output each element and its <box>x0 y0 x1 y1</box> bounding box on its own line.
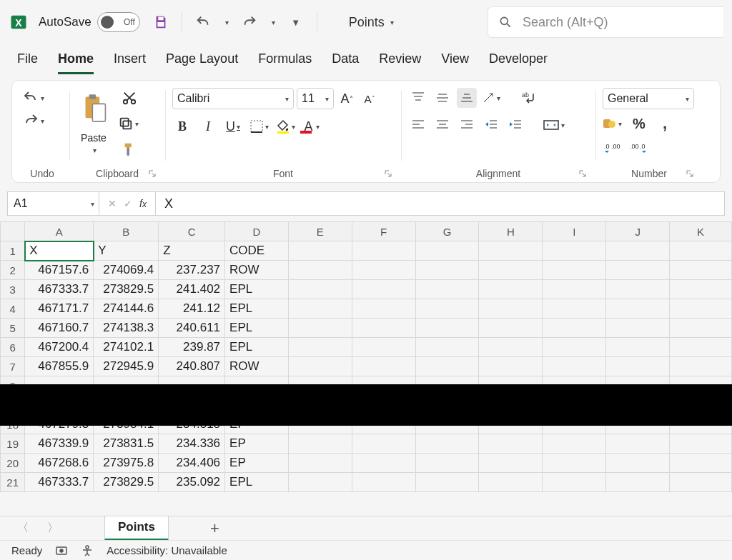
cell[interactable] <box>670 454 732 473</box>
table-row[interactable]: 7467855.9272945.9240.807ROW <box>1 357 732 376</box>
cell[interactable]: EPL <box>225 299 289 319</box>
cell[interactable] <box>670 434 732 454</box>
sheet-tab-points[interactable]: Points <box>104 516 169 541</box>
cell[interactable] <box>415 454 479 473</box>
col-header[interactable]: D <box>225 222 289 241</box>
save-button[interactable] <box>150 11 172 33</box>
cell[interactable]: EPL <box>225 319 289 338</box>
cell[interactable] <box>479 261 543 280</box>
cell[interactable]: ROW <box>225 261 289 280</box>
font-name-select[interactable]: Calibri▾ <box>172 88 294 109</box>
increase-decimal-button[interactable]: .0.00 <box>603 138 623 158</box>
redo-dropdown[interactable]: ▾ <box>272 19 275 26</box>
number-dialog-launcher[interactable] <box>686 169 696 179</box>
paste-dropdown[interactable]: ▾ <box>93 146 97 154</box>
increase-indent-button[interactable] <box>505 115 525 135</box>
cell[interactable]: 273829.5 <box>94 280 159 299</box>
font-color-button[interactable]: A▾ <box>302 116 322 136</box>
row-header[interactable]: 4 <box>1 299 25 319</box>
cell[interactable] <box>479 280 543 299</box>
cell[interactable] <box>543 319 606 338</box>
formula-input[interactable]: X <box>156 192 724 215</box>
cell[interactable] <box>352 299 415 319</box>
cell[interactable]: 467157.6 <box>25 261 94 280</box>
col-header[interactable]: F <box>352 222 415 241</box>
document-name[interactable]: Points ▾ <box>349 15 394 30</box>
table-row[interactable]: 20467268.6273975.8234.406EP <box>1 454 732 473</box>
cell[interactable] <box>479 434 543 454</box>
autosave-toggle[interactable]: Off <box>97 12 140 32</box>
cell[interactable] <box>415 241 479 261</box>
underline-button[interactable]: U▾ <box>224 116 244 136</box>
new-sheet-button[interactable]: + <box>210 519 219 538</box>
tab-view[interactable]: View <box>441 49 469 74</box>
cell[interactable]: 234.406 <box>159 454 225 473</box>
cell[interactable]: 240.611 <box>159 319 225 338</box>
cell[interactable] <box>670 319 732 338</box>
tab-insert[interactable]: Insert <box>114 49 146 74</box>
align-top-button[interactable] <box>408 88 428 108</box>
col-header[interactable]: B <box>94 222 159 241</box>
tab-home[interactable]: Home <box>58 49 94 74</box>
row-header[interactable]: 5 <box>1 319 25 338</box>
table-row[interactable]: 4467171.7274144.6241.12EPL <box>1 299 732 319</box>
cell[interactable] <box>606 299 670 319</box>
cell[interactable] <box>670 357 732 376</box>
row-header[interactable]: 19 <box>1 434 25 454</box>
qat-customize[interactable]: ▼ <box>285 11 307 33</box>
cell[interactable] <box>543 434 606 454</box>
align-left-button[interactable] <box>408 115 428 135</box>
cell[interactable]: X <box>25 241 94 261</box>
row-header[interactable]: 21 <box>1 473 25 492</box>
cell[interactable]: 467160.7 <box>25 319 94 338</box>
cell[interactable]: 272945.9 <box>94 357 159 376</box>
cell[interactable]: 467171.7 <box>25 299 94 319</box>
cell[interactable] <box>288 299 352 319</box>
cell[interactable] <box>352 357 415 376</box>
font-size-select[interactable]: 11▾ <box>297 88 334 109</box>
wrap-text-button[interactable]: ab <box>519 88 539 108</box>
align-bottom-button[interactable] <box>457 88 477 108</box>
tab-review[interactable]: Review <box>379 49 421 74</box>
cell[interactable]: 467200.4 <box>25 338 94 357</box>
alignment-dialog-launcher[interactable] <box>578 169 588 179</box>
cell[interactable] <box>288 280 352 299</box>
search-input[interactable] <box>523 15 713 30</box>
fill-color-button[interactable]: ▾ <box>276 116 297 136</box>
cell[interactable] <box>606 319 670 338</box>
cell[interactable] <box>352 473 415 492</box>
percent-button[interactable]: % <box>629 114 649 134</box>
row-header[interactable]: 2 <box>1 261 25 280</box>
cell[interactable]: EPL <box>225 338 289 357</box>
format-painter-button[interactable] <box>118 139 140 159</box>
cell[interactable] <box>543 338 606 357</box>
undo-ribbon-button[interactable]: ▾ <box>22 88 44 108</box>
cell[interactable]: 274069.4 <box>94 261 159 280</box>
cell[interactable]: 467333.7 <box>25 280 94 299</box>
cell[interactable] <box>352 280 415 299</box>
cell[interactable]: 467855.9 <box>25 357 94 376</box>
font-dialog-launcher[interactable] <box>384 169 394 179</box>
tab-page-layout[interactable]: Page Layout <box>166 49 238 74</box>
col-header[interactable]: C <box>159 222 225 241</box>
paste-button[interactable] <box>76 88 111 129</box>
cell[interactable]: EPL <box>225 473 289 492</box>
accounting-format-button[interactable]: ▾ <box>603 114 623 134</box>
col-header[interactable]: J <box>606 222 670 241</box>
cell[interactable] <box>670 299 732 319</box>
cell[interactable] <box>415 473 479 492</box>
col-header[interactable]: G <box>415 222 479 241</box>
cell[interactable] <box>479 338 543 357</box>
cell[interactable]: 237.237 <box>159 261 225 280</box>
row-header[interactable]: 1 <box>1 241 25 261</box>
cell[interactable] <box>352 454 415 473</box>
cell[interactable] <box>543 357 606 376</box>
name-box[interactable]: A1 ▾ <box>8 192 99 215</box>
table-row[interactable]: 2467157.6274069.4237.237ROW <box>1 261 732 280</box>
redo-button[interactable] <box>239 11 260 33</box>
cell[interactable]: 467333.7 <box>25 473 94 492</box>
fx-button[interactable]: fx <box>139 198 147 209</box>
cell[interactable] <box>606 473 670 492</box>
cell[interactable] <box>606 357 670 376</box>
bold-button[interactable]: B <box>172 116 192 136</box>
